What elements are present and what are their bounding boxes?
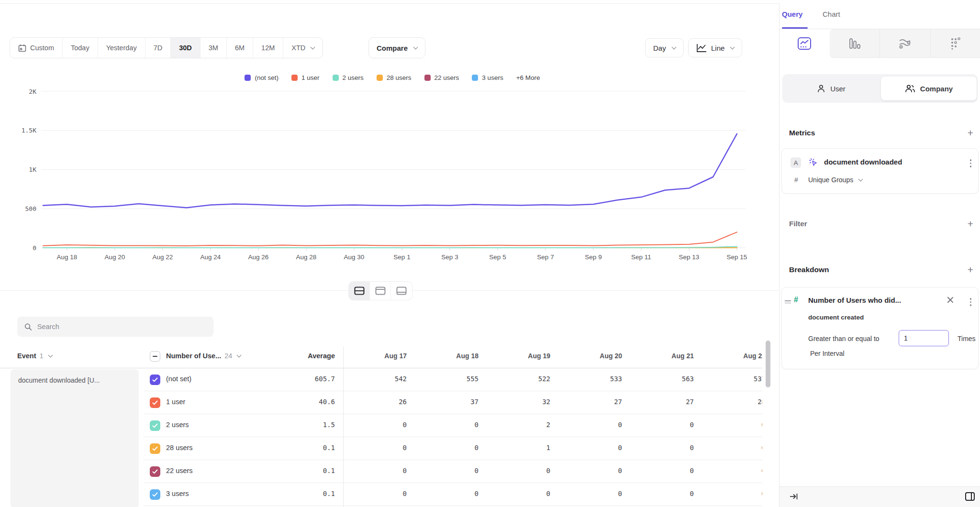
range-label: Custom [30,44,54,52]
search-box [17,317,213,337]
chart-type-scatter-tab[interactable] [930,29,980,58]
cell-value: 0 [631,421,702,429]
row-checkbox[interactable] [150,420,160,431]
layout-split-button[interactable] [349,282,370,300]
average-column-header[interactable]: Average [258,352,335,360]
collapse-panel-icon[interactable] [789,492,799,501]
y-axis-label: 500 [25,205,36,212]
chart-type-line-tab[interactable] [780,29,830,58]
filter-title: Filter [789,220,807,228]
bottom-panel-icon [396,287,407,295]
chart-type-button[interactable]: Line [688,38,742,57]
compare-button[interactable]: Compare [368,37,425,58]
metric-menu-button[interactable] [969,158,973,168]
date-column-header[interactable]: Aug 19 [487,352,559,360]
per-interval-label[interactable]: Per Interval [810,350,845,357]
legend-item[interactable]: 2 users [333,74,364,81]
range-7d-button[interactable]: 7D [145,38,171,58]
range-custom-button[interactable]: Custom [10,38,63,58]
granularity-button[interactable]: Day [645,38,684,57]
row-checkbox[interactable] [150,443,160,454]
chart-type-flow-tab[interactable] [880,29,930,58]
legend-item[interactable]: 3 users [472,74,503,81]
chart-type-bar-tab[interactable] [830,29,880,58]
table-scrollbar[interactable] [766,341,770,387]
tab-chart[interactable]: Chart [823,10,840,18]
x-axis-label: Sep 13 [679,254,700,261]
x-axis-label: Aug 28 [296,254,317,261]
x-axis-label: Aug 30 [344,254,365,261]
bar-chart-tab-icon [848,37,861,50]
times-label: Times [958,335,976,342]
range-3m-button[interactable]: 3M [200,38,227,58]
table-header: Event 1 Number of Use... 24 Average Aug … [0,346,762,368]
legend-label: (not set) [255,74,278,81]
breakdown-name[interactable]: Number of Users who did... [808,296,901,304]
series-line[interactable] [43,246,737,248]
range-xtd-button[interactable]: XTD [283,38,323,58]
row-values: 542555522533563537 [344,375,762,383]
row-checkbox[interactable] [150,397,160,408]
tab-query[interactable]: Query [782,10,802,18]
cell-value: 555 [415,375,487,383]
legend-item[interactable]: (not set) [245,74,278,81]
times-input[interactable] [899,330,949,346]
legend-item[interactable]: 28 users [377,74,412,81]
user-company-toggle: User Company [782,74,978,103]
date-column-header[interactable]: Aug 22 [702,352,762,360]
company-icon [905,84,915,93]
legend-swatch [377,75,383,81]
group-count: 24 [224,352,232,360]
legend-item[interactable]: 22 users [424,74,459,81]
number-icon: # [794,176,798,184]
breakdown-card[interactable]: # Number of Users who did... document cr… [781,287,979,369]
row-checkbox[interactable] [150,375,160,385]
date-column-header[interactable]: Aug 20 [559,352,631,360]
drag-handle-icon[interactable] [785,299,791,305]
add-filter-button[interactable]: + [968,219,973,229]
search-input[interactable] [37,323,206,331]
event-column-header[interactable]: Event 1 [17,352,52,360]
cell-value: 0 [702,421,762,429]
range-6m-button[interactable]: 6M [227,38,253,58]
select-all-checkbox[interactable] [150,351,160,362]
date-column-header[interactable]: Aug 17 [344,352,415,360]
cell-value: 0 [702,467,762,474]
row-checkbox[interactable] [150,466,160,477]
legend-label: 1 user [301,74,320,81]
layout-table-only-button[interactable] [391,282,412,300]
range-today-button[interactable]: Today [63,38,98,58]
legend-item[interactable]: 1 user [291,74,320,81]
toggle-company[interactable]: Company [881,77,977,100]
aggregation-selector[interactable]: Unique Groups [808,176,862,184]
aggregation-label: Unique Groups [808,176,853,184]
line-chart-tab-icon [797,37,812,50]
series-line[interactable] [43,134,737,208]
breakdown-event[interactable]: document created [808,314,864,321]
toggle-user[interactable]: User [783,77,879,100]
cell-value: 0 [344,490,415,497]
breakdown-menu-button[interactable] [969,297,973,307]
range-label: 7D [154,44,163,52]
range-12m-button[interactable]: 12M [253,38,283,58]
series-line[interactable] [43,232,737,246]
legend-more-button[interactable]: +6 More [516,74,540,81]
metric-card[interactable]: A document downloaded # Unique Groups [781,148,979,194]
date-column-header[interactable]: Aug 18 [415,352,487,360]
layout-chart-only-button[interactable] [370,282,391,300]
range-yesterday-button[interactable]: Yesterday [98,38,145,58]
date-column-header[interactable]: Aug 21 [631,352,702,360]
breakdown-condition[interactable]: Greater than or equal to [808,335,880,342]
add-metric-button[interactable]: + [968,128,973,138]
group-column-header[interactable]: Number of Use... 24 [166,352,241,360]
event-cell[interactable]: document downloaded [U... [11,369,139,507]
x-axis-label: Aug 24 [200,254,221,261]
add-breakdown-button[interactable]: + [968,265,973,275]
row-checkbox[interactable] [150,489,160,500]
sidebar-toggle-icon[interactable] [964,491,976,502]
cell-value: 0 [487,467,559,474]
close-icon[interactable] [946,295,955,305]
metric-name[interactable]: document downloaded [824,158,902,166]
range-30d-button[interactable]: 30D [171,38,200,58]
panel-footer [780,486,980,507]
